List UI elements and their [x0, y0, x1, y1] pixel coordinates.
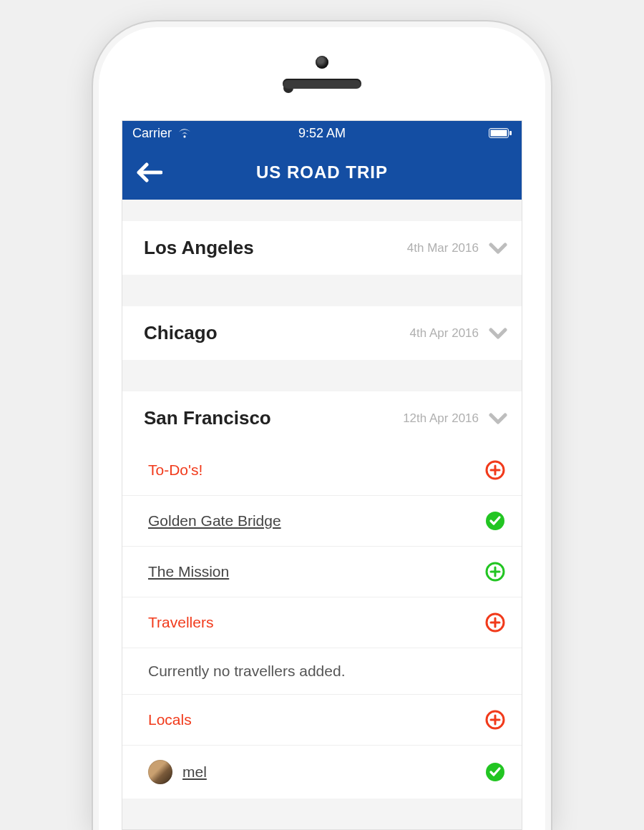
todo-link[interactable]: The Mission: [148, 563, 229, 580]
city-date: 4th Apr 2016: [410, 326, 479, 341]
travellers-header-row: Travellers: [122, 597, 522, 648]
expanded-section: To-Do's! Golden Gate Bridge: [122, 445, 522, 799]
city-row-chicago[interactable]: Chicago 4th Apr 2016: [122, 306, 522, 360]
city-name: Los Angeles: [144, 237, 254, 259]
city-name: Chicago: [144, 322, 218, 344]
locals-header-row: Locals: [122, 694, 522, 745]
locals-header: Locals: [148, 711, 192, 728]
check-circle-icon: [485, 511, 505, 531]
todo-status-done[interactable]: [484, 510, 506, 532]
todo-status-open[interactable]: [484, 561, 506, 582]
front-camera: [316, 56, 328, 69]
city-date: 12th Apr 2016: [403, 411, 479, 426]
phone-inner: Carrier 9:52 AM US ROAD TRIP: [99, 27, 545, 830]
add-local-button[interactable]: [484, 709, 506, 731]
travellers-empty-row: Currently no travellers added.: [122, 648, 522, 694]
todo-link[interactable]: Golden Gate Bridge: [148, 512, 281, 529]
plus-circle-icon: [485, 562, 505, 582]
todos-header: To-Do's!: [148, 462, 203, 479]
speaker-grille: [283, 79, 361, 89]
add-traveller-button[interactable]: [484, 612, 506, 633]
city-row-los-angeles[interactable]: Los Angeles 4th Mar 2016: [122, 221, 522, 275]
todo-item: The Mission: [122, 546, 522, 597]
chevron-down-icon: [489, 412, 507, 425]
arrow-left-icon: [137, 162, 162, 182]
phone-frame: Carrier 9:52 AM US ROAD TRIP: [93, 21, 551, 830]
chevron-down-icon: [489, 242, 507, 255]
city-row-san-francisco[interactable]: San Francisco 12th Apr 2016: [122, 391, 522, 445]
plus-circle-icon: [485, 710, 505, 730]
local-user-row: mel: [122, 745, 522, 799]
add-todo-button[interactable]: [484, 459, 506, 481]
content-area: Los Angeles 4th Mar 2016 Chicago 4th Apr…: [122, 200, 522, 829]
city-date: 4th Mar 2016: [407, 241, 479, 255]
local-user-link[interactable]: mel: [182, 763, 207, 781]
chevron-down-icon: [489, 327, 507, 340]
page-title: US ROAD TRIP: [256, 162, 388, 182]
svg-rect-2: [509, 131, 512, 135]
nav-header: US ROAD TRIP: [122, 145, 522, 200]
avatar: [148, 760, 172, 784]
wifi-icon: [177, 128, 192, 139]
plus-circle-icon: [485, 612, 505, 633]
back-button[interactable]: [132, 155, 167, 190]
plus-circle-icon: [485, 460, 505, 480]
carrier-label: Carrier: [132, 126, 172, 141]
travellers-header: Travellers: [148, 614, 213, 631]
svg-rect-1: [491, 130, 507, 137]
todos-header-row: To-Do's!: [122, 445, 522, 495]
todo-item: Golden Gate Bridge: [122, 495, 522, 546]
travellers-empty-text: Currently no travellers added.: [148, 663, 345, 680]
city-name: San Francisco: [144, 407, 271, 429]
check-circle-icon: [485, 762, 505, 782]
status-bar: Carrier 9:52 AM: [122, 121, 522, 145]
screen: Carrier 9:52 AM US ROAD TRIP: [122, 120, 522, 830]
local-status-done[interactable]: [484, 761, 506, 783]
battery-icon: [489, 128, 512, 138]
